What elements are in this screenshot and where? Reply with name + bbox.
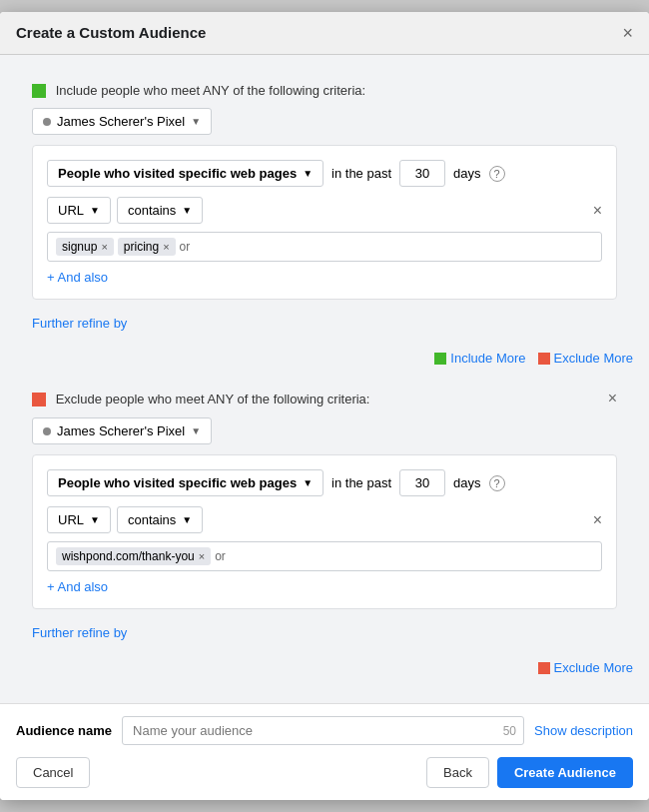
include-info-icon[interactable]: ? <box>489 166 505 182</box>
include-url-chevron-icon: ▼ <box>90 205 100 216</box>
exclude-criteria-box: People who visited specific web pages ▼ … <box>32 454 617 609</box>
modal-title: Create a Custom Audience <box>16 24 206 41</box>
include-tag-signup: signup × <box>56 238 114 256</box>
exclude-more-link-bottom[interactable]: Exclude More <box>538 660 633 675</box>
include-tag-signup-remove[interactable]: × <box>101 241 107 253</box>
include-tag-pricing: pricing × <box>118 238 176 256</box>
include-check-icon <box>32 84 46 98</box>
include-url-dropdown[interactable]: URL ▼ <box>47 197 111 224</box>
audience-name-label: Audience name <box>16 723 112 738</box>
include-pixel-chevron-icon: ▼ <box>191 116 201 127</box>
include-contains-chevron-icon: ▼ <box>182 205 192 216</box>
include-action-row: Include More Exclude More <box>16 351 633 366</box>
exclude-pixel-name: James Scherer's Pixel <box>57 423 185 438</box>
modal-header: Create a Custom Audience × <box>0 12 649 55</box>
footer-right-buttons: Back Create Audience <box>426 757 633 788</box>
exclude-section-close-button[interactable]: × <box>608 390 617 407</box>
include-url-row: URL ▼ contains ▼ × <box>47 197 602 224</box>
audience-name-input-wrap: 50 <box>122 716 524 745</box>
pixel-dot-icon <box>43 118 51 126</box>
exclude-more-icon-bottom <box>538 662 550 674</box>
in-the-past-label: in the past <box>331 166 391 181</box>
exclude-contains-dropdown[interactable]: contains ▼ <box>117 506 203 533</box>
close-button[interactable]: × <box>622 24 633 42</box>
include-and-also-link[interactable]: + And also <box>47 270 108 285</box>
exclude-url-row: URL ▼ contains ▼ × <box>47 506 602 533</box>
include-more-icon <box>434 353 446 365</box>
exclude-criteria-row: People who visited specific web pages ▼ … <box>47 469 602 496</box>
exclude-url-chevron-icon: ▼ <box>90 514 100 525</box>
include-pixel-name: James Scherer's Pixel <box>57 114 185 129</box>
include-or-label: or <box>180 240 191 254</box>
include-tag-pricing-remove[interactable]: × <box>163 241 169 253</box>
exclude-tags-row: wishpond.com/thank-you × or <box>47 541 602 571</box>
modal-body: Include people who meet ANY of the follo… <box>0 55 649 704</box>
exclude-days-input[interactable] <box>399 469 445 496</box>
exclude-or-label: or <box>215 549 226 563</box>
exclude-header: Exclude people who meet ANY of the follo… <box>32 390 617 407</box>
char-count-display: 50 <box>503 724 516 738</box>
modal: Create a Custom Audience × Include peopl… <box>0 12 649 801</box>
include-section-label: Include people who meet ANY of the follo… <box>32 83 617 99</box>
exclude-check-icon <box>32 393 46 406</box>
exclude-url-remove-button[interactable]: × <box>593 511 602 529</box>
include-url-remove-button[interactable]: × <box>593 202 602 220</box>
exclude-tag-wishpond-remove[interactable]: × <box>199 550 205 562</box>
audience-name-row: Audience name 50 Show description <box>16 716 633 745</box>
footer-buttons: Cancel Back Create Audience <box>16 757 633 788</box>
exclude-contains-chevron-icon: ▼ <box>182 514 192 525</box>
include-criteria-box: People who visited specific web pages ▼ … <box>32 145 617 300</box>
include-section: Include people who meet ANY of the follo… <box>16 71 633 344</box>
include-days-input[interactable] <box>399 160 445 187</box>
include-rule-dropdown[interactable]: People who visited specific web pages ▼ <box>47 160 324 187</box>
exclude-days-label: days <box>453 475 480 490</box>
include-contains-dropdown[interactable]: contains ▼ <box>117 197 203 224</box>
exclude-pixel-chevron-icon: ▼ <box>191 425 201 436</box>
include-tags-row: signup × pricing × or <box>47 232 602 262</box>
include-rule-chevron-icon: ▼ <box>303 168 313 179</box>
exclude-rule-chevron-icon: ▼ <box>303 477 313 488</box>
exclude-pixel-dot-icon <box>43 427 51 435</box>
exclude-pixel-selector[interactable]: James Scherer's Pixel ▼ <box>32 417 212 444</box>
exclude-more-icon-top <box>538 353 550 365</box>
include-criteria-row: People who visited specific web pages ▼ … <box>47 160 602 187</box>
exclude-and-also-link[interactable]: + And also <box>47 579 108 594</box>
show-description-link[interactable]: Show description <box>534 723 633 738</box>
exclude-action-row: Exclude More <box>16 660 633 675</box>
exclude-further-refine-link[interactable]: Further refine by <box>32 625 127 640</box>
exclude-more-link-top[interactable]: Exclude More <box>538 351 633 366</box>
cancel-button[interactable]: Cancel <box>16 757 90 788</box>
include-days-label: days <box>453 166 480 181</box>
audience-name-input[interactable] <box>122 716 524 745</box>
exclude-in-the-past-label: in the past <box>331 475 391 490</box>
exclude-rule-dropdown[interactable]: People who visited specific web pages ▼ <box>47 469 324 496</box>
include-more-link[interactable]: Include More <box>434 351 525 366</box>
exclude-section: Exclude people who meet ANY of the follo… <box>16 378 633 652</box>
exclude-info-icon[interactable]: ? <box>489 475 505 491</box>
exclude-tag-wishpond: wishpond.com/thank-you × <box>56 547 211 565</box>
back-button[interactable]: Back <box>426 757 489 788</box>
include-further-refine-link[interactable]: Further refine by <box>32 316 127 331</box>
exclude-url-dropdown[interactable]: URL ▼ <box>47 506 111 533</box>
exclude-section-label: Exclude people who meet ANY of the follo… <box>32 392 369 407</box>
include-pixel-selector[interactable]: James Scherer's Pixel ▼ <box>32 108 212 135</box>
create-audience-button[interactable]: Create Audience <box>497 757 633 788</box>
modal-footer: Audience name 50 Show description Cancel… <box>0 703 649 800</box>
